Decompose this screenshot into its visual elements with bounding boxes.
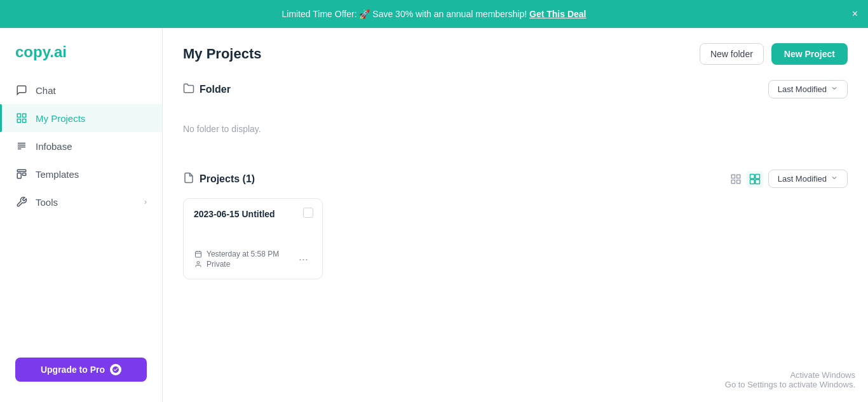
chat-icon [15, 84, 28, 97]
sidebar-item-infobase[interactable]: Infobase [0, 132, 162, 160]
calendar-icon [194, 250, 203, 258]
projects-section-header: Projects (1) Last Modified [183, 170, 848, 188]
tools-icon [15, 196, 28, 208]
project-card-checkbox[interactable] [303, 208, 313, 218]
upgrade-button[interactable]: Upgrade to Pro [15, 358, 147, 382]
svg-rect-10 [736, 180, 740, 183]
svg-rect-13 [750, 179, 754, 184]
app-layout: copy.ai Chat My Projects Infobase [0, 28, 868, 402]
projects-sort-label: Last Modified [778, 174, 827, 184]
projects-sort-button[interactable]: Last Modified [768, 170, 848, 188]
svg-rect-2 [17, 119, 20, 123]
project-date-item: Yesterday at 5:58 PM [194, 250, 279, 258]
project-date: Yesterday at 5:58 PM [207, 250, 279, 258]
logo-part2: ai [54, 43, 67, 60]
svg-rect-1 [23, 114, 26, 117]
svg-rect-11 [750, 174, 754, 178]
table-row[interactable]: 2023-06-15 Untitled Yesterday at 5:58 PM [183, 198, 323, 279]
svg-rect-15 [196, 251, 201, 257]
new-project-button[interactable]: New Project [771, 43, 848, 65]
svg-point-19 [197, 262, 200, 264]
projects-grid: 2023-06-15 Untitled Yesterday at 5:58 PM [183, 198, 848, 279]
projects-section: Projects (1) Last Modified [183, 170, 848, 279]
view-toggle [728, 171, 763, 187]
sidebar-bottom: Upgrade to Pro [0, 347, 162, 392]
sidebar-item-chat[interactable]: Chat [0, 76, 162, 104]
svg-rect-12 [755, 174, 759, 178]
folder-section-title: Folder [183, 83, 231, 97]
page-header: My Projects New folder New Project [183, 43, 848, 65]
projects-sort-chevron-icon [831, 174, 838, 184]
projects-title-text: Projects (1) [200, 173, 255, 185]
folder-title-text: Folder [200, 84, 231, 95]
logo-part1: copy. [15, 43, 54, 60]
sidebar: copy.ai Chat My Projects Infobase [0, 28, 163, 402]
logo: copy.ai [0, 38, 162, 76]
sidebar-item-templates-label: Templates [36, 169, 79, 180]
project-card-footer: Yesterday at 5:58 PM Private ··· [194, 250, 312, 269]
projects-icon [183, 172, 194, 186]
header-actions: New folder New Project [700, 43, 848, 65]
project-meta: Yesterday at 5:58 PM Private [194, 250, 279, 269]
upgrade-button-label: Upgrade to Pro [41, 365, 105, 375]
projects-icon [15, 112, 28, 124]
svg-rect-7 [731, 175, 735, 178]
folder-sort-button[interactable]: Last Modified [768, 80, 848, 98]
active-indicator [0, 104, 2, 132]
promo-banner: Limited Time Offer: 🚀 Save 30% with an a… [0, 0, 868, 28]
sidebar-item-infobase-label: Infobase [36, 141, 72, 152]
banner-text: Limited Time Offer: 🚀 Save 30% with an a… [282, 9, 527, 19]
new-folder-button[interactable]: New folder [700, 43, 764, 65]
project-card-title: 2023-06-15 Untitled [194, 209, 312, 219]
project-visibility: Private [207, 260, 230, 269]
sidebar-item-tools[interactable]: Tools › [0, 188, 162, 216]
folder-section-header: Folder Last Modified [183, 80, 848, 98]
project-visibility-item: Private [194, 260, 279, 269]
folder-sort-label: Last Modified [778, 84, 827, 94]
svg-rect-6 [23, 173, 26, 176]
sidebar-item-my-projects[interactable]: My Projects [0, 104, 162, 132]
projects-controls: Last Modified [728, 170, 848, 188]
projects-section-title: Projects (1) [183, 172, 255, 186]
page-title: My Projects [183, 46, 262, 62]
svg-rect-9 [731, 180, 735, 183]
main-content: My Projects New folder New Project Folde… [163, 28, 868, 402]
banner-cta-link[interactable]: Get This Deal [529, 9, 586, 19]
sidebar-item-my-projects-label: My Projects [36, 113, 85, 124]
list-view-button[interactable] [728, 171, 744, 187]
sidebar-item-templates[interactable]: Templates [0, 160, 162, 188]
templates-icon [15, 168, 28, 180]
banner-close-button[interactable]: × [852, 8, 858, 20]
svg-rect-4 [17, 170, 26, 171]
infobase-icon [15, 140, 28, 152]
svg-rect-3 [23, 119, 26, 123]
svg-rect-5 [17, 173, 21, 178]
folder-sort-chevron-icon [831, 84, 838, 94]
folder-icon [183, 83, 194, 97]
lock-icon [194, 260, 203, 269]
project-more-button[interactable]: ··· [295, 251, 312, 267]
grid-view-button[interactable] [747, 171, 763, 187]
sidebar-item-tools-label: Tools [36, 197, 58, 208]
svg-rect-14 [755, 179, 759, 184]
logo-text: copy.ai [15, 43, 67, 60]
svg-rect-0 [17, 114, 20, 117]
folder-empty-message: No folder to display. [183, 109, 848, 149]
tools-chevron-icon: › [144, 198, 147, 206]
svg-rect-8 [736, 175, 740, 178]
folder-section: Folder Last Modified No folder to displa… [183, 80, 848, 149]
upgrade-check-icon [110, 364, 121, 375]
sidebar-item-chat-label: Chat [36, 85, 56, 96]
